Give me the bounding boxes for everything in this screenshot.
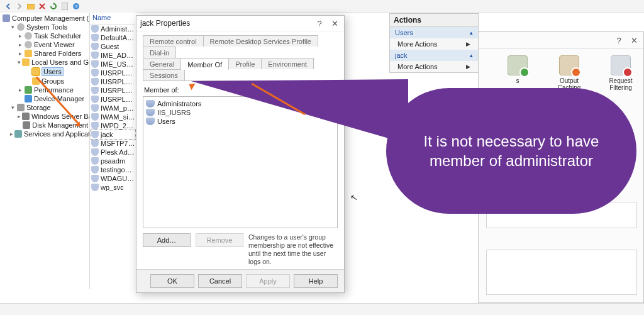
user-row[interactable]: Administrator [91,25,135,33]
collapse-icon: ▴ [470,30,473,36]
user-icon [91,25,99,33]
nav-tree: Computer Management (Local) ▾System Tool… [0,13,90,289]
user-row[interactable]: IME_USER [91,60,135,69]
status-bar [0,303,644,315]
users-list: Name AdministratorDefaultAcco…GuestIME_A… [90,13,135,289]
tab-remote-control[interactable]: Remote control [143,35,204,47]
annotation-callout: It is not necessary to have member of ad… [386,88,636,214]
svg-rect-1 [62,3,68,10]
feature-icon[interactable]: s [499,55,536,91]
svg-rect-0 [27,4,35,9]
user-row[interactable]: psaadm [91,157,135,165]
close-icon[interactable]: ✕ [628,35,640,46]
user-row[interactable]: IME_ADMIN [91,51,135,60]
toolbar-icon-back[interactable] [4,2,13,11]
config-icon [508,55,528,75]
user-icon [91,157,99,165]
tree-users[interactable]: Users [25,67,88,77]
tab-general[interactable]: General [143,58,181,69]
user-row[interactable]: Guest [91,42,135,51]
svg-text:?: ? [75,4,78,9]
user-icon [91,140,99,147]
cancel-button[interactable]: Cancel [198,274,242,288]
help-icon[interactable]: ? [314,18,325,29]
tab-profile[interactable]: Profile [228,58,262,69]
feature-output-caching[interactable]: Output Caching [550,55,588,91]
group-icon [146,109,155,116]
actions-header: Actions [390,14,478,27]
tree-task-scheduler[interactable]: ▸Task Scheduler [18,31,88,40]
tree-local-users-groups[interactable]: ▾Local Users and Groups [18,58,88,67]
close-icon[interactable]: ✕ [329,18,340,29]
user-row[interactable]: wp_svc [91,183,135,192]
tab-dial-in[interactable]: Dial-in [143,47,176,58]
tree-storage[interactable]: ▾Storage [10,103,88,112]
user-row[interactable]: IWAM_plesk(… [91,104,135,113]
user-icon [91,184,99,191]
tree-shared-folders[interactable]: ▸Shared Folders [18,49,88,58]
actions-more-jack[interactable]: More Actions▶ [390,61,478,72]
tree-root-label: Computer Management (Local) [12,14,90,22]
user-row[interactable]: MSFTP7_021… [91,139,135,148]
tree-system-tools[interactable]: ▾System Tools [10,23,88,31]
actions-panel: Actions Users▴ More Actions▶ jack▴ More … [389,13,479,73]
tree-services-apps[interactable]: ▸Services and Applications [10,130,88,138]
tab-remote-desktop[interactable]: Remote Desktop Services Profile [203,35,318,47]
user-row[interactable]: IUSRPLESK_a… [91,69,135,77]
user-icon [91,69,99,77]
tree-groups[interactable]: Groups [25,77,88,86]
output-caching-icon [559,55,579,75]
toolbar-icon-delete[interactable] [38,2,47,11]
input-slot-2[interactable] [486,250,637,295]
user-row[interactable]: IWAM_sitepr… [91,113,135,121]
user-row[interactable]: Plesk Admini… [91,148,135,157]
actions-users-section[interactable]: Users▴ [390,27,478,38]
user-icon [91,175,99,182]
actions-more-users[interactable]: More Actions▶ [390,38,478,50]
tree-root[interactable]: Computer Management (Local) [3,14,88,23]
toolbar-icon-refresh[interactable] [49,2,58,11]
user-icon [91,43,99,50]
feature-request-filtering[interactable]: Request Filtering [602,55,640,91]
toolbar-icon-forward[interactable] [15,2,24,11]
help-icon[interactable]: ? [613,35,625,46]
add-button[interactable]: Add… [143,233,191,247]
tree-wsb[interactable]: ▸Windows Server Backup [18,112,88,121]
help-button[interactable]: Help [294,274,338,288]
group-icon [146,118,155,125]
tree-performance[interactable]: ▸Performance [18,86,88,94]
user-icon [91,131,99,138]
cursor-icon: ↖ [350,192,359,203]
toolbar: ? [0,0,644,13]
user-row[interactable]: IWPD_2(testi… [91,121,135,130]
toolbar-icon-help[interactable]: ? [72,2,80,11]
user-icon [91,122,99,130]
apply-button: Apply [246,274,290,288]
user-row[interactable]: IUSRPLESK_h… [91,77,135,86]
annotation-text: It is not necessary to have member of ad… [404,131,619,170]
remove-button: Remove [196,233,243,247]
user-icon [91,148,99,156]
user-icon [91,78,99,86]
app-icon [3,14,10,22]
toolbar-icon-folder[interactable] [26,2,35,11]
tree-event-viewer[interactable]: ▸Event Viewer [18,40,88,49]
user-row[interactable]: testingo_xdr… [91,165,135,174]
tab-sessions[interactable]: Sessions [143,69,185,80]
user-icon [91,87,99,94]
user-icon [91,52,99,59]
user-row[interactable]: jack [91,130,135,139]
column-header-name[interactable]: Name [90,13,135,25]
chevron-right-icon: ▶ [466,41,470,47]
user-row[interactable]: DefaultAcco… [91,33,135,42]
actions-jack-section[interactable]: jack▴ [390,50,478,61]
user-row[interactable]: IUSRPLESK_s… [91,86,135,95]
tab-member-of[interactable]: Member Of [180,58,229,70]
ok-button[interactable]: OK [150,274,194,288]
tab-environment[interactable]: Environment [261,58,314,69]
toolbar-icon-properties[interactable] [60,2,69,11]
user-icon [91,104,99,112]
user-row[interactable]: IUSRPLESK_s… [91,95,135,104]
user-row[interactable]: WDAGUtility… [91,174,135,183]
user-icon [91,113,99,121]
